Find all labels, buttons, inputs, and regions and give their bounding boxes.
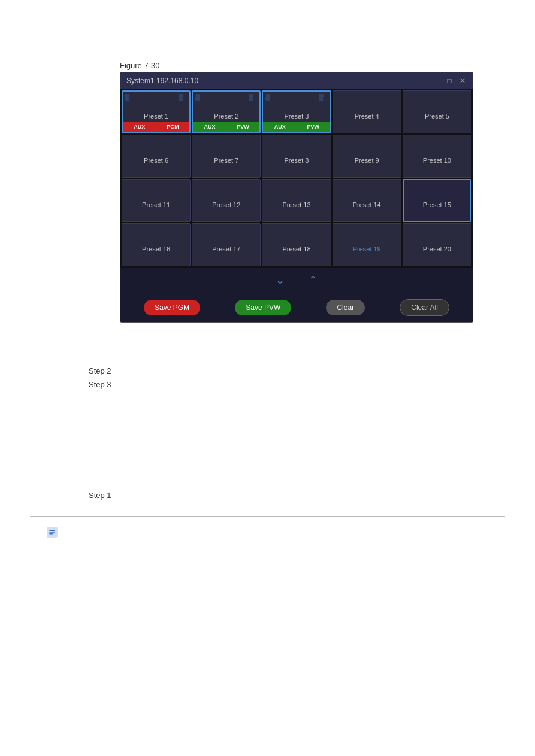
preset-1-icons: ▒ ▒	[125, 94, 187, 102]
preset-2-aux: AUX	[193, 122, 226, 132]
close-button[interactable]: ✕	[458, 77, 467, 85]
preset-6-name: Preset 6	[144, 157, 168, 164]
title-bar-controls: □ ✕	[445, 77, 467, 85]
preset-1-pgm: PGM	[156, 122, 190, 132]
preset-1-status: AUX PGM	[123, 122, 189, 132]
preset-cell-3[interactable]: ▒ ▒ Preset 3 AUX PVW	[262, 90, 331, 133]
preset-16-name: Preset 16	[142, 245, 170, 253]
nav-arrows: ⌄ ⌃	[120, 268, 473, 293]
preset-19-name: Preset 19	[353, 245, 381, 253]
preset-cell-10[interactable]: Preset 10	[403, 135, 471, 178]
preset-3-status: AUX PVW	[263, 122, 330, 132]
scroll-down-button[interactable]: ⌄	[276, 274, 285, 287]
preset-cell-17[interactable]: Preset 17	[192, 223, 261, 266]
preset-cell-16[interactable]: Preset 16	[122, 223, 191, 266]
preset-cell-11[interactable]: Preset 11	[122, 179, 191, 222]
preset-18-name: Preset 18	[282, 245, 310, 253]
preset-cell-14[interactable]: Preset 14	[333, 179, 401, 222]
top-rule	[30, 53, 505, 53]
preset-1-name: Preset 1	[144, 113, 168, 120]
preset-cell-19[interactable]: Preset 19	[333, 223, 401, 266]
figure-label: Figure 7-30	[120, 61, 159, 70]
step-1-label: Step 1	[89, 491, 111, 500]
preset-3-pvw: PVW	[297, 122, 330, 132]
clear-button[interactable]: Clear	[326, 300, 365, 315]
preset-cell-20[interactable]: Preset 20	[403, 223, 471, 266]
preset-cell-13[interactable]: Preset 13	[262, 179, 331, 222]
preset-cell-15[interactable]: Preset 15	[403, 179, 471, 222]
preset-11-name: Preset 11	[142, 201, 170, 208]
minimize-button[interactable]: □	[445, 77, 454, 85]
clear-all-button[interactable]: Clear All	[400, 299, 449, 316]
preset-14-name: Preset 14	[353, 201, 381, 208]
step-2-label: Step 2	[89, 366, 111, 375]
bottom-rule-2	[30, 581, 505, 581]
preset-10-name: Preset 10	[423, 157, 451, 164]
edit-left-icon-3: ▒	[265, 94, 274, 102]
title-bar: System1 192.168.0.10 □ ✕	[120, 72, 473, 89]
preset-cell-6[interactable]: Preset 6	[122, 135, 191, 178]
preset-20-name: Preset 20	[423, 245, 451, 253]
edit-right-icon-2: ▒	[249, 94, 257, 102]
preset-cell-2[interactable]: ▒ ▒ Preset 2 AUX PVW	[192, 90, 261, 133]
preset-5-name: Preset 5	[425, 113, 449, 120]
preset-cell-12[interactable]: Preset 12	[192, 179, 261, 222]
preset-cell-5[interactable]: Preset 5	[403, 90, 471, 133]
preset-13-name: Preset 13	[282, 201, 310, 208]
preset-3-name: Preset 3	[285, 113, 309, 120]
preset-7-name: Preset 7	[214, 157, 238, 164]
page-container: Figure 7-30 System1 192.168.0.10 □ ✕ ▒ ▒…	[0, 0, 535, 756]
preset-3-aux: AUX	[263, 122, 297, 132]
preset-17-name: Preset 17	[212, 245, 240, 253]
note-icon	[46, 526, 59, 539]
edit-left-icon-2: ▒	[195, 94, 204, 102]
preset-grid: ▒ ▒ Preset 1 AUX PGM ▒ ▒ Preset 2 AUX	[120, 89, 473, 268]
preset-2-status: AUX PVW	[193, 122, 259, 132]
preset-2-icons: ▒ ▒	[195, 94, 257, 102]
preset-3-icons: ▒ ▒	[265, 94, 327, 102]
preset-1-aux: AUX	[123, 122, 156, 132]
preset-9-name: Preset 9	[355, 157, 379, 164]
save-pgm-button[interactable]: Save PGM	[144, 300, 200, 315]
preset-cell-18[interactable]: Preset 18	[262, 223, 331, 266]
edit-right-icon-3: ▒	[319, 94, 328, 102]
app-window: System1 192.168.0.10 □ ✕ ▒ ▒ Preset 1 AU…	[120, 72, 473, 323]
preset-12-name: Preset 12	[212, 201, 240, 208]
step-3-label: Step 3	[89, 380, 111, 389]
action-buttons: Save PGM Save PVW Clear Clear All	[120, 293, 473, 322]
preset-cell-9[interactable]: Preset 9	[333, 135, 401, 178]
preset-8-name: Preset 8	[285, 157, 309, 164]
preset-2-name: Preset 2	[214, 113, 238, 120]
edit-left-icon: ▒	[125, 94, 134, 102]
bottom-rule-1	[30, 516, 505, 517]
edit-right-icon: ▒	[179, 94, 187, 102]
preset-cell-1[interactable]: ▒ ▒ Preset 1 AUX PGM	[122, 90, 191, 133]
scroll-up-button[interactable]: ⌃	[309, 274, 318, 287]
preset-cell-8[interactable]: Preset 8	[262, 135, 331, 178]
preset-2-pvw: PVW	[226, 122, 260, 132]
preset-4-name: Preset 4	[355, 113, 379, 120]
window-title: System1 192.168.0.10	[126, 77, 198, 85]
save-pvw-button[interactable]: Save PVW	[235, 300, 291, 315]
preset-15-name: Preset 15	[423, 201, 451, 208]
preset-cell-7[interactable]: Preset 7	[192, 135, 261, 178]
preset-cell-4[interactable]: Preset 4	[333, 90, 401, 133]
